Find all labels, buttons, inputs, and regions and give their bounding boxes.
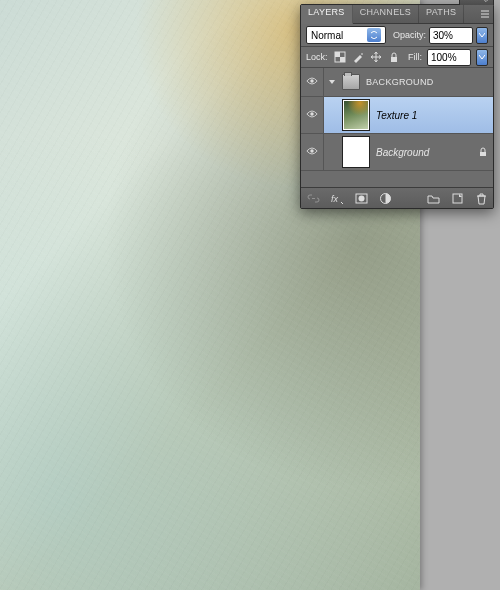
mask-icon[interactable] <box>353 190 369 206</box>
svg-point-4 <box>310 79 313 82</box>
lock-all-icon[interactable] <box>387 50 401 64</box>
layers-panel: LAYERS CHANNELS PATHS Normal Opacity: 30… <box>300 4 494 209</box>
svg-point-10 <box>358 195 364 201</box>
svg-rect-1 <box>335 52 340 57</box>
lock-position-icon[interactable] <box>369 50 383 64</box>
workspace: LAYERS CHANNELS PATHS Normal Opacity: 30… <box>0 0 500 590</box>
layer-list-empty[interactable] <box>301 171 493 187</box>
layer-list: BACKGROUND Texture 1 <box>301 68 493 187</box>
lock-transparent-icon[interactable] <box>333 50 347 64</box>
blend-mode-select[interactable]: Normal <box>306 26 386 44</box>
opacity-slider-caret[interactable] <box>476 27 488 44</box>
layer-thumbnail <box>342 99 370 131</box>
fill-input[interactable]: 100% <box>427 49 471 66</box>
new-group-icon[interactable] <box>425 190 441 206</box>
blend-mode-caret-icon <box>367 28 381 42</box>
visibility-toggle[interactable] <box>301 134 324 170</box>
layer-group-label: BACKGROUND <box>366 77 434 87</box>
fx-icon[interactable]: fx <box>329 190 345 206</box>
blend-mode-value: Normal <box>311 30 343 41</box>
layer-group-row: BACKGROUND <box>301 68 493 97</box>
layer-row: Texture 1 <box>301 97 493 134</box>
fill-slider-caret[interactable] <box>476 49 488 66</box>
svg-text:fx: fx <box>331 194 339 204</box>
link-layers-icon <box>305 190 321 206</box>
layer-thumbnail <box>342 136 370 168</box>
lock-icon <box>477 146 489 158</box>
fill-label: Fill: <box>408 52 422 62</box>
new-layer-icon[interactable] <box>449 190 465 206</box>
svg-point-6 <box>310 149 313 152</box>
layer-label: Texture 1 <box>376 110 417 121</box>
panel-menu-icon[interactable] <box>477 5 493 23</box>
adjustment-layer-icon[interactable] <box>377 190 393 206</box>
svg-rect-12 <box>453 194 462 203</box>
tab-channels[interactable]: CHANNELS <box>353 5 419 23</box>
visibility-toggle[interactable] <box>301 68 324 96</box>
trash-icon[interactable] <box>473 190 489 206</box>
lock-pixels-icon[interactable] <box>351 50 365 64</box>
eye-icon <box>306 109 318 121</box>
svg-point-5 <box>310 112 313 115</box>
layer-background[interactable]: Background <box>324 134 493 170</box>
chevron-down-icon <box>328 77 336 88</box>
svg-rect-7 <box>480 152 486 156</box>
visibility-toggle[interactable] <box>301 97 324 133</box>
panel-footer: fx <box>301 187 493 208</box>
layer-label: Background <box>376 147 429 158</box>
opacity-input[interactable]: 30% <box>429 27 473 44</box>
layer-texture-1[interactable]: Texture 1 <box>324 97 493 133</box>
eye-icon <box>306 76 318 88</box>
layer-group[interactable]: BACKGROUND <box>324 71 493 93</box>
panel-collapse-handle[interactable] <box>459 0 494 5</box>
lock-label: Lock: <box>306 52 328 62</box>
opacity-label: Opacity: <box>393 30 426 40</box>
eye-icon <box>306 146 318 158</box>
svg-rect-2 <box>340 57 345 62</box>
layer-row: Background <box>301 134 493 171</box>
svg-rect-3 <box>391 57 397 62</box>
tab-layers[interactable]: LAYERS <box>301 5 353 24</box>
folder-icon <box>342 74 360 90</box>
tab-paths[interactable]: PATHS <box>419 5 464 23</box>
